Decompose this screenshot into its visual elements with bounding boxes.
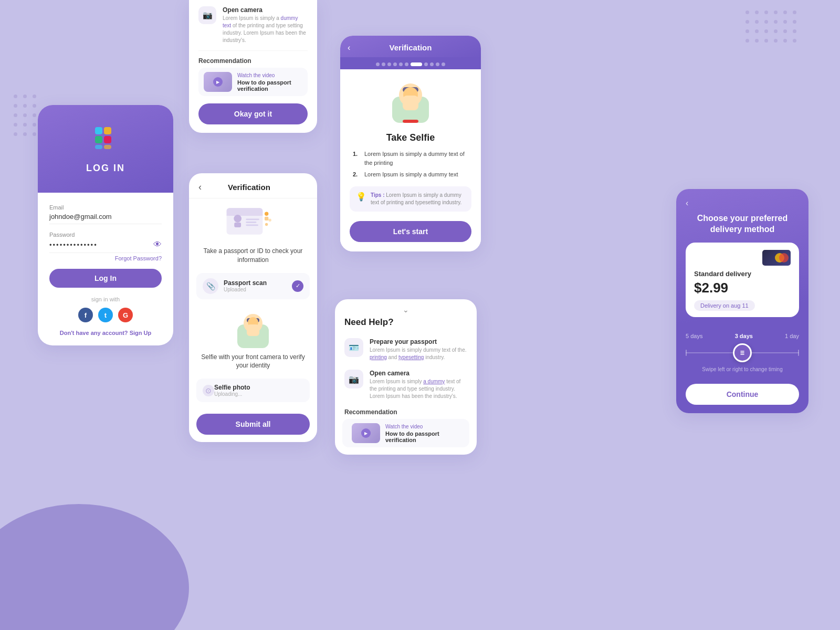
selfie-header-title: Verification <box>390 43 432 52</box>
rec-title: How to do passport verification <box>237 79 302 92</box>
payment-card-icon <box>694 250 791 266</box>
continue-button[interactable]: Continue <box>686 384 799 405</box>
password-dots: •••••••••••••• <box>49 241 153 249</box>
delivery-option-name: Standard delivery <box>694 270 791 278</box>
login-button[interactable]: Log In <box>49 269 162 288</box>
delivery-title: Choose your preferred delivery method <box>686 213 799 235</box>
camera-icon: 📷 <box>198 6 216 24</box>
passport-label: Passport scan <box>224 279 292 287</box>
upload-check-icon: ✓ <box>292 280 303 292</box>
slider-track <box>686 343 799 362</box>
delivery-back-button[interactable]: ‹ <box>686 198 799 208</box>
passport-icon: 🪪 <box>344 338 363 357</box>
topmid-content: 📷 Open camera Lorem Ipsum is simply a du… <box>189 0 317 124</box>
facebook-icon[interactable]: f <box>78 308 93 322</box>
slider-tick-right <box>798 350 799 356</box>
verif-instruction: Take a passport or ID to check your info… <box>189 247 317 269</box>
rec-box: ▶ Watch the video How to do passport ver… <box>198 68 308 96</box>
credit-card-icon <box>762 250 791 266</box>
svg-point-14 <box>265 212 268 216</box>
twitter-icon[interactable]: t <box>98 308 113 322</box>
selfie-body: Take Selfie 1. Lorem Ipsum is simply a d… <box>340 69 481 251</box>
prog-dot-7-active <box>411 62 422 66</box>
selfie-avatar-svg <box>232 309 274 351</box>
selfie-instruction: Selfie with your front camera to verify … <box>189 353 317 375</box>
svg-rect-0 <box>95 127 102 134</box>
submit-all-button[interactable]: Submit all <box>196 414 310 435</box>
svg-rect-23 <box>247 324 259 336</box>
slider-hint: Swipe left or right to change timing <box>686 366 799 372</box>
verification-mid-card: ‹ Verification <box>189 173 317 442</box>
login-card: LOG IN Email johndoe@gmail.com Password … <box>38 105 173 345</box>
email-label: Email <box>49 204 162 211</box>
email-value: johndoe@gmail.com <box>49 213 162 224</box>
passport-svg <box>224 203 282 245</box>
prog-dot-5 <box>399 62 403 66</box>
slider-handle[interactable] <box>733 343 752 362</box>
back-button[interactable]: ‹ <box>198 182 202 193</box>
loading-icon: ⊙ <box>203 385 214 396</box>
okay-got-it-button[interactable]: Okay got it <box>198 103 308 124</box>
svg-rect-15 <box>265 217 268 220</box>
play-icon[interactable]: ▶ <box>213 77 223 87</box>
forgot-password-link[interactable]: Forgot Password? <box>49 255 162 261</box>
selfie-back-button[interactable]: ‹ <box>348 43 350 52</box>
svg-rect-3 <box>104 136 111 143</box>
label-5days: 5 days <box>686 333 702 339</box>
selfie-title: Take Selfie <box>350 132 471 143</box>
password-label: Password <box>49 232 162 238</box>
camera-title: Open camera <box>223 6 308 14</box>
help-item-camera: 📷 Open camera Lorem Ipsum is simply a du… <box>335 365 477 404</box>
svg-rect-29 <box>403 96 418 110</box>
help-camera-icon: 📷 <box>344 370 363 388</box>
prog-dot-2 <box>382 62 385 66</box>
rec-link[interactable]: Watch the video <box>237 72 302 78</box>
eye-icon[interactable]: 👁 <box>153 240 162 249</box>
help-rec-label: Recommendation <box>335 404 477 419</box>
selfie-label: Selfie photo <box>214 384 303 391</box>
passport-illustration-area <box>189 198 317 247</box>
help-camera-desc: Lorem Ipsum is simply a dummy text of th… <box>370 378 467 400</box>
tip-text: Tips : Lorem Ipsum is simply a dummy tex… <box>371 192 465 206</box>
label-3days: 3 days <box>735 333 753 339</box>
help-rec-title: How to do passport verification <box>385 430 460 443</box>
svg-point-17 <box>268 218 271 222</box>
delivery-price: $2.99 <box>694 280 791 296</box>
help-passport-title: Prepare your passport <box>370 338 467 345</box>
selfie-avatar-area <box>350 78 471 125</box>
lets-start-button[interactable]: Let's start <box>350 221 471 242</box>
selfie-step-1: 1. Lorem Ipsum is simply a dummy text of… <box>350 150 471 167</box>
selfie-steps: 1. Lorem Ipsum is simply a dummy text of… <box>350 150 471 179</box>
help-rec-item: ▶ Watch the video How to do passport ver… <box>342 419 469 447</box>
slider-tick-left <box>686 350 687 356</box>
help-rec-thumbnail: ▶ <box>352 423 380 443</box>
prog-dot-3 <box>387 62 391 66</box>
social-icons: f t G <box>49 308 162 322</box>
help-passport-desc: Lorem Ipsum is simply dummy text of the.… <box>370 346 467 361</box>
selfie-status: Uploading... <box>214 391 303 397</box>
prog-dot-6 <box>405 62 408 66</box>
help-play-icon[interactable]: ▶ <box>361 428 371 438</box>
svg-rect-12 <box>246 222 256 223</box>
prog-dot-11 <box>442 62 445 66</box>
prog-dot-9 <box>430 62 434 66</box>
no-account-text: Don't have any account? Sign Up <box>49 330 162 336</box>
prog-dot-1 <box>376 62 380 66</box>
topmid-camera-text: Open camera Lorem Ipsum is simply a dumm… <box>223 6 308 44</box>
selfie-tip: 💡 Tips : Lorem Ipsum is simply a dummy t… <box>350 186 471 212</box>
label-1day: 1 day <box>785 333 799 339</box>
delivery-option-standard: Standard delivery $2.99 Delivery on aug … <box>686 243 799 317</box>
svg-rect-4 <box>95 145 102 149</box>
passport-upload-row: 📎 Passport scan Uploaded ✓ <box>196 273 310 299</box>
delivery-inner: ‹ Choose your preferred delivery method … <box>676 189 808 333</box>
delivery-card: ‹ Choose your preferred delivery method … <box>676 189 808 413</box>
help-camera-title: Open camera <box>370 370 467 377</box>
selfie-upload-info: Selfie photo Uploading... <box>214 384 303 397</box>
passport-upload-info: Passport scan Uploaded <box>224 279 292 292</box>
prog-dot-8 <box>424 62 428 66</box>
google-icon[interactable]: G <box>118 308 133 322</box>
help-passport-text: Prepare your passport Lorem Ipsum is sim… <box>370 338 467 361</box>
prog-dot-4 <box>393 62 397 66</box>
delivery-date-badge: Delivery on aug 11 <box>694 300 755 311</box>
help-rec-link[interactable]: Watch the video <box>385 424 460 429</box>
